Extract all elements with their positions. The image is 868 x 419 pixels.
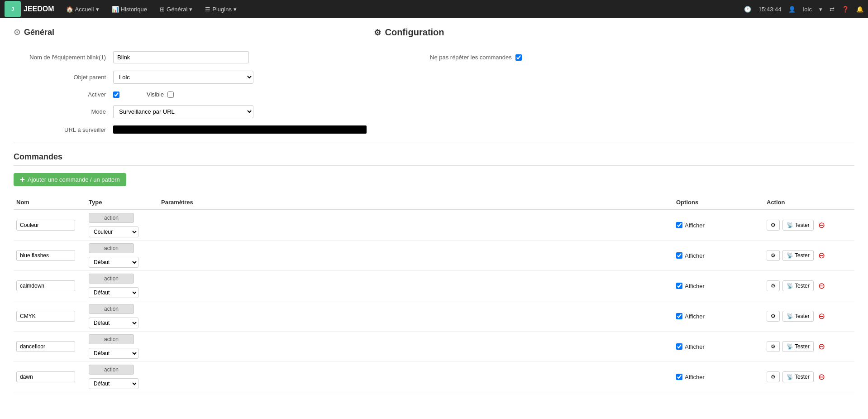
subtype-select[interactable]: DéfautCouleur xyxy=(89,318,138,328)
subtype-select[interactable]: CouleurDéfaut xyxy=(89,226,138,237)
cmd-name-input[interactable] xyxy=(16,371,75,382)
chevron-down-icon-2: ▾ xyxy=(189,6,192,13)
cmd-params-cell xyxy=(158,332,673,362)
table-row: action DéfautCouleur Afficher ⚙ 📡 Tester xyxy=(14,241,854,271)
rss-icon: 📡 xyxy=(787,252,793,259)
parent-label: Objet parent xyxy=(14,74,113,81)
cmd-type-cell: action DéfautCouleur xyxy=(86,332,158,362)
cmd-name-input[interactable] xyxy=(16,341,75,352)
cmd-name-input[interactable] xyxy=(16,250,75,261)
tester-button[interactable]: 📡 Tester xyxy=(782,371,814,382)
nav-historique-label: Historique xyxy=(121,6,148,13)
settings-button[interactable]: ⚙ xyxy=(767,250,780,261)
subtype-select[interactable]: DéfautCouleur xyxy=(89,287,138,298)
settings-button[interactable]: ⚙ xyxy=(767,371,780,382)
activer-checkbox[interactable] xyxy=(113,92,119,98)
col-header-nom: Nom xyxy=(14,195,86,210)
nav-historique[interactable]: 📊 Historique xyxy=(106,0,153,18)
help-icon[interactable]: ❓ xyxy=(842,6,849,13)
afficher-label: Afficher xyxy=(685,222,705,229)
settings-button[interactable]: ⚙ xyxy=(767,220,780,231)
rss-icon: 📡 xyxy=(787,374,793,380)
add-command-button[interactable]: ✚ Ajouter une commande / un pattern xyxy=(14,173,126,186)
type-badge: action xyxy=(89,213,134,223)
subtype-select[interactable]: DéfautCouleur xyxy=(89,257,138,268)
tester-button[interactable]: 📡 Tester xyxy=(782,341,814,352)
alert-icon[interactable]: 🔔 xyxy=(856,6,863,13)
section-divider xyxy=(14,143,854,143)
settings-icon: ⚙ xyxy=(771,222,776,228)
afficher-checkbox[interactable] xyxy=(676,222,682,228)
tester-label: Tester xyxy=(795,283,810,289)
remove-button[interactable]: ⊖ xyxy=(816,342,827,351)
cmd-type-container: action DéfautCouleur xyxy=(89,365,156,389)
cmd-name-input[interactable] xyxy=(16,311,75,322)
cmd-options-cell: Afficher xyxy=(673,241,764,271)
cmd-action-cell: ⚙ 📡 Tester ⊖ xyxy=(764,362,854,392)
afficher-checkbox[interactable] xyxy=(676,252,682,259)
type-badge: action xyxy=(89,274,134,284)
remove-button[interactable]: ⊖ xyxy=(816,282,827,290)
config-title-area: ⚙ Configuration xyxy=(54,27,764,38)
afficher-checkbox[interactable] xyxy=(676,343,682,350)
subtype-select[interactable]: DéfautCouleur xyxy=(89,348,138,359)
navbar-brand[interactable]: J JEEDOM xyxy=(5,1,59,17)
settings-icon: ⚙ xyxy=(771,313,776,319)
equipment-name-input[interactable] xyxy=(113,51,249,63)
afficher-checkbox[interactable] xyxy=(676,313,682,319)
remove-button[interactable]: ⊖ xyxy=(816,312,827,320)
equipment-name-label: Nom de l'équipement blink(1) xyxy=(14,54,113,61)
tester-label: Tester xyxy=(795,313,810,319)
cmd-name-input[interactable] xyxy=(16,280,75,291)
type-badge: action xyxy=(89,365,134,375)
settings-button[interactable]: ⚙ xyxy=(767,341,780,352)
cmd-options-cell: Afficher xyxy=(673,332,764,362)
cmd-type-cell: action DéfautCouleur xyxy=(86,301,158,332)
cmd-action-cell: ⚙ 📡 Tester ⊖ xyxy=(764,241,854,271)
afficher-checkbox[interactable] xyxy=(676,283,682,289)
chevron-down-icon-3: ▾ xyxy=(234,6,237,13)
col-header-options: Options xyxy=(673,195,764,210)
cmd-type-container: action DéfautCouleur xyxy=(89,304,156,328)
no-repeat-checkbox[interactable] xyxy=(515,54,522,61)
network-icon[interactable]: ⇄ xyxy=(830,6,835,13)
nav-plugins[interactable]: ☰ Plugins ▾ xyxy=(200,0,242,18)
nav-accueil[interactable]: 🏠 Accueil ▾ xyxy=(61,0,105,18)
tester-label: Tester xyxy=(795,374,810,380)
cmd-params-cell xyxy=(158,301,673,332)
tester-button[interactable]: 📡 Tester xyxy=(782,280,814,291)
tester-button[interactable]: 📡 Tester xyxy=(782,311,814,322)
afficher-row: Afficher xyxy=(676,283,761,289)
chart-icon: 📊 xyxy=(112,6,119,13)
cmd-params-cell xyxy=(158,210,673,241)
cmd-action-cell: ⚙ 📡 Tester ⊖ xyxy=(764,210,854,241)
remove-button[interactable]: ⊖ xyxy=(816,251,827,260)
settings-button[interactable]: ⚙ xyxy=(767,280,780,291)
type-badge: action xyxy=(89,334,134,344)
chevron-down-icon: ▾ xyxy=(96,6,99,13)
cmd-name-input[interactable] xyxy=(16,220,75,231)
table-row: action DéfautCouleur Afficher ⚙ 📡 Tester xyxy=(14,362,854,392)
subtype-select[interactable]: DéfautCouleur xyxy=(89,378,138,389)
cmd-type-cell: action DéfautCouleur xyxy=(86,362,158,392)
parent-select[interactable]: Loic xyxy=(113,71,253,84)
nav-general[interactable]: ⊞ Général ▾ xyxy=(154,0,198,18)
remove-button[interactable]: ⊖ xyxy=(816,373,827,381)
mode-select[interactable]: Surveillance par URL Polling Push xyxy=(113,105,253,118)
home-icon: 🏠 xyxy=(66,6,73,13)
parent-row: Objet parent Loic xyxy=(14,71,854,84)
cmd-params-cell xyxy=(158,271,673,301)
visible-checkbox[interactable] xyxy=(167,92,174,98)
user-label[interactable]: loic xyxy=(803,6,812,13)
tester-button[interactable]: 📡 Tester xyxy=(782,220,814,231)
action-buttons: ⚙ 📡 Tester ⊖ xyxy=(767,371,852,382)
tester-button[interactable]: 📡 Tester xyxy=(782,250,814,261)
equipment-form: Nom de l'équipement blink(1) Ne pas répé… xyxy=(14,51,854,134)
settings-button[interactable]: ⚙ xyxy=(767,311,780,322)
cmd-type-cell: action DéfautCouleur xyxy=(86,271,158,301)
cmd-name-cell xyxy=(14,210,86,241)
remove-button[interactable]: ⊖ xyxy=(816,221,827,229)
cmd-name-cell xyxy=(14,241,86,271)
user-icon: 👤 xyxy=(788,6,796,13)
afficher-checkbox[interactable] xyxy=(676,374,682,380)
